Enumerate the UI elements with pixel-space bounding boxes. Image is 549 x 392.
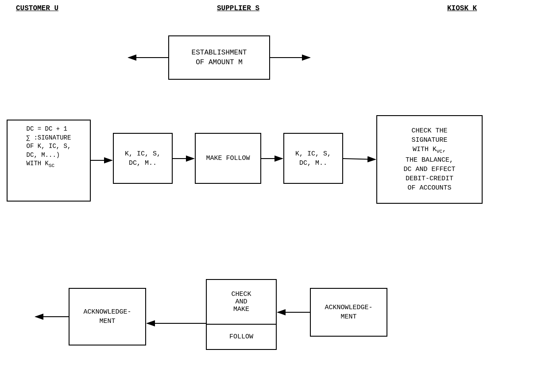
customer-label: CUSTOMER U: [16, 4, 58, 12]
check-sig-box: CHECK THE SIGNATURE WITH KVC, THE BALANC…: [376, 115, 483, 204]
make-follow-box: MAKE FOLLOW: [195, 133, 261, 184]
check-and-make-box: CHECKANDMAKE: [207, 280, 276, 325]
establishment-box: ESTABLISHMENTOF AMOUNT M: [168, 35, 270, 80]
supplier-label: SUPPLIER S: [217, 4, 259, 12]
kiosk-label: KIOSK K: [447, 4, 477, 12]
diagram: CUSTOMER U SUPPLIER S KIOSK K ESTABLISHM…: [0, 0, 549, 392]
follow-box: FOLLOW: [207, 325, 276, 349]
k-ic-s-left-box: K, IC, S,DC, M..: [113, 133, 173, 184]
acknowledge-right-box: ACKNOWLEDGE-MENT: [310, 288, 387, 337]
k-ic-s-right-box: K, IC, S,DC, M..: [283, 133, 343, 184]
dc-block: DC = DC + 1 ∑ :SIGNATURE OF K, IC, S, DC…: [7, 120, 91, 202]
acknowledge-left-box: ACKNOWLEDGE-MENT: [69, 288, 146, 345]
svg-line-7: [343, 159, 375, 159]
